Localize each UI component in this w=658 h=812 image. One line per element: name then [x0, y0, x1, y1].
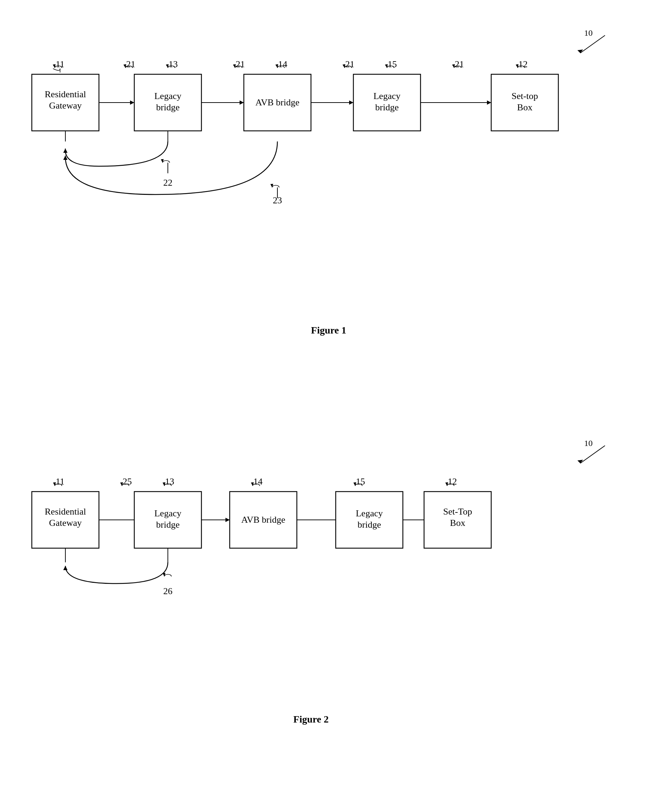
svg-text:Box: Box — [517, 102, 532, 113]
figure1-area: 10 11 21 13 21 — [0, 21, 658, 339]
svg-text:15: 15 — [356, 476, 365, 487]
svg-text:14: 14 — [253, 476, 263, 487]
svg-text:Legacy: Legacy — [356, 508, 383, 518]
svg-text:26: 26 — [163, 586, 172, 596]
svg-line-0 — [580, 35, 605, 53]
svg-text:11: 11 — [55, 59, 64, 69]
svg-marker-88 — [63, 566, 67, 570]
svg-text:Legacy: Legacy — [373, 91, 401, 101]
svg-text:23: 23 — [273, 195, 282, 205]
svg-line-53 — [580, 446, 605, 463]
svg-text:bridge: bridge — [156, 520, 180, 530]
svg-text:13: 13 — [165, 476, 174, 487]
svg-text:bridge: bridge — [375, 102, 399, 113]
page-container: 10 11 21 13 21 — [0, 0, 658, 812]
svg-marker-45 — [63, 149, 67, 153]
svg-text:bridge: bridge — [156, 102, 180, 113]
svg-text:Box: Box — [450, 518, 465, 528]
svg-text:21: 21 — [236, 59, 245, 69]
figure2-area: 10 11 25 13 14 15 — [0, 410, 658, 729]
svg-text:Legacy: Legacy — [154, 91, 182, 101]
svg-text:13: 13 — [169, 59, 178, 69]
fig1-arrow10-svg — [570, 32, 612, 60]
svg-text:15: 15 — [388, 59, 397, 69]
svg-text:21: 21 — [455, 59, 464, 69]
svg-text:Set-Top: Set-Top — [443, 506, 472, 517]
svg-text:Gateway: Gateway — [49, 518, 81, 528]
svg-text:Residential: Residential — [45, 89, 86, 99]
svg-text:22: 22 — [163, 177, 172, 188]
svg-text:AVB bridge: AVB bridge — [255, 97, 299, 107]
svg-text:Legacy: Legacy — [154, 508, 182, 518]
svg-text:AVB bridge: AVB bridge — [241, 515, 285, 525]
fig1-diagram-svg: 11 21 13 21 14 21 — [21, 57, 636, 205]
svg-marker-83 — [226, 518, 230, 522]
svg-text:12: 12 — [519, 59, 528, 69]
svg-marker-38 — [240, 101, 244, 105]
fig2-caption: Figure 2 — [276, 714, 346, 725]
svg-text:25: 25 — [123, 476, 132, 487]
svg-text:bridge: bridge — [358, 520, 381, 530]
fig2-arrow10-svg — [570, 442, 612, 470]
svg-text:Residential: Residential — [45, 506, 86, 517]
svg-marker-36 — [130, 101, 134, 105]
svg-text:Set-top: Set-top — [511, 91, 538, 101]
svg-text:Gateway: Gateway — [49, 101, 81, 111]
svg-text:12: 12 — [448, 476, 457, 487]
fig1-caption: Figure 1 — [293, 325, 364, 336]
fig2-diagram-svg: 11 25 13 14 15 12 Residen — [21, 474, 587, 608]
svg-marker-40 — [349, 101, 353, 105]
svg-text:21: 21 — [126, 59, 135, 69]
svg-text:11: 11 — [55, 476, 64, 487]
svg-text:21: 21 — [345, 59, 354, 69]
svg-text:14: 14 — [278, 59, 287, 69]
svg-marker-42 — [487, 101, 491, 105]
